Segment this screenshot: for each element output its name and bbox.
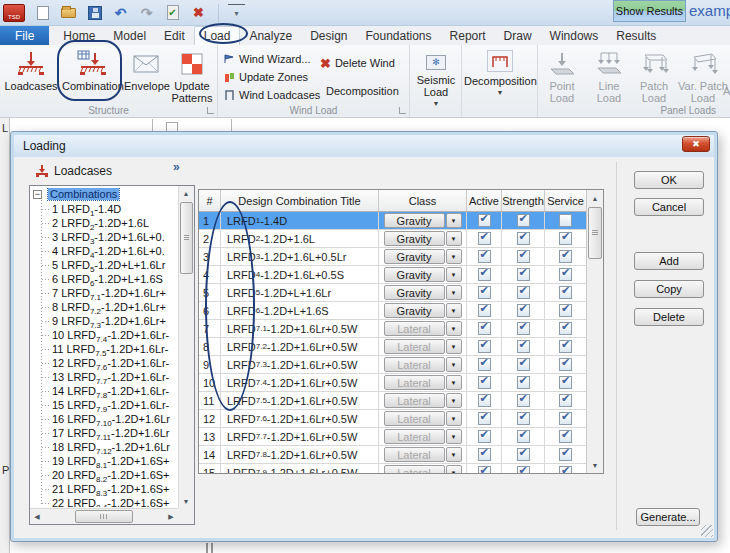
tree-collapse-icon[interactable]: −: [33, 190, 42, 199]
checkbox-checked[interactable]: [559, 304, 572, 317]
undo-icon[interactable]: ↶: [112, 4, 129, 21]
checkbox-checked[interactable]: [478, 214, 491, 227]
checkbox-checked[interactable]: [478, 304, 491, 317]
table-row-13[interactable]: 13LRFD7.7-1.2D+1.6Lr+0.5WLateral▼: [199, 428, 586, 446]
checkbox-checked[interactable]: [478, 286, 491, 299]
tab-results[interactable]: Results: [607, 26, 665, 45]
class-dropdown[interactable]: Lateral▼: [384, 339, 462, 354]
checkbox-checked[interactable]: [559, 268, 572, 281]
checkbox-checked[interactable]: [517, 304, 530, 317]
update-zones-button[interactable]: Update Zones: [224, 69, 308, 85]
app-logo-tsd[interactable]: TSD: [3, 4, 25, 22]
dropdown-arrow-icon[interactable]: ▼: [446, 231, 462, 246]
checkbox-checked[interactable]: [559, 394, 572, 407]
tree-item-combination-1[interactable]: 1 LRFD1-1.4D: [32, 202, 177, 216]
ok-button[interactable]: OK: [634, 171, 704, 189]
class-dropdown[interactable]: Gravity▼: [384, 231, 462, 246]
tree-item-combination-8[interactable]: 8 LRFD7.2-1.2D+1.6Lr+: [32, 300, 177, 314]
resize-grip[interactable]: [701, 525, 713, 537]
cancel-button[interactable]: Cancel: [634, 198, 704, 216]
save-icon[interactable]: [86, 4, 103, 21]
tree-item-combination-4[interactable]: 4 LRFD4-1.2D+1.6L+0.: [32, 244, 177, 258]
scroll-right-icon[interactable]: ▶: [164, 510, 178, 524]
checkbox-checked[interactable]: [478, 466, 491, 473]
tree-root-label[interactable]: Combinations: [48, 188, 119, 200]
tab-design[interactable]: Design: [301, 26, 356, 45]
checkbox-checked[interactable]: [478, 412, 491, 425]
tree-horizontal-scrollbar[interactable]: ◀ ▶: [30, 508, 178, 524]
table-vertical-scrollbar[interactable]: ▲ ▼: [586, 190, 603, 473]
checkbox-checked[interactable]: [559, 448, 572, 461]
tree-item-combination-22[interactable]: 22 LRFD8.4-1.2D+1.6S+: [32, 496, 177, 507]
checkbox-checked[interactable]: [478, 268, 491, 281]
class-dropdown[interactable]: Gravity▼: [384, 249, 462, 264]
tab-file[interactable]: File: [0, 26, 49, 45]
tab-draw[interactable]: Draw: [495, 26, 541, 45]
table-row-2[interactable]: 2LRFD2-1.2D+1.6LGravity▼: [199, 230, 586, 248]
generate-button[interactable]: Generate...: [636, 508, 700, 526]
tree-item-combination-7[interactable]: 7 LRFD7.1-1.2D+1.6Lr+: [32, 286, 177, 300]
checkbox-checked[interactable]: [517, 286, 530, 299]
wind-wizard-button[interactable]: Wind Wizard...: [224, 51, 311, 67]
loadcases-button[interactable]: Loadcases: [2, 48, 60, 92]
dropdown-arrow-icon[interactable]: ▼: [446, 267, 462, 282]
dropdown-arrow-icon[interactable]: ▼: [446, 357, 462, 372]
checkbox-checked[interactable]: [517, 322, 530, 335]
checkbox-checked[interactable]: [478, 448, 491, 461]
checkbox-checked[interactable]: [517, 448, 530, 461]
class-dropdown[interactable]: Lateral▼: [384, 321, 462, 336]
checkbox-checked[interactable]: [517, 466, 530, 473]
collapse-chevron[interactable]: »: [173, 160, 180, 174]
class-dropdown[interactable]: Lateral▼: [384, 411, 462, 426]
class-dropdown[interactable]: Lateral▼: [384, 447, 462, 462]
new-document-icon[interactable]: [34, 4, 51, 21]
checkbox-checked[interactable]: [478, 358, 491, 371]
dropdown-arrow-icon[interactable]: ▼: [446, 429, 462, 444]
tab-windows[interactable]: Windows: [541, 26, 608, 45]
scroll-down-icon[interactable]: ▼: [588, 458, 602, 472]
decomposition-button[interactable]: Decomposition ▼: [464, 50, 536, 99]
table-row-15[interactable]: 15LRFD7.9-1.2D+1.6Lr+0.5WLateral▼: [199, 464, 586, 473]
tab-home[interactable]: Home: [54, 26, 104, 45]
checkbox-checked[interactable]: [517, 376, 530, 389]
paste-check-icon[interactable]: ✔: [164, 4, 181, 21]
line-load-button[interactable]: Line Load: [586, 48, 632, 104]
dropdown-arrow-icon[interactable]: ▼: [446, 465, 462, 473]
checkbox-checked[interactable]: [517, 340, 530, 353]
checkbox-checked[interactable]: [559, 322, 572, 335]
class-dropdown[interactable]: Lateral▼: [384, 465, 462, 473]
wind-load-dialog-launcher-icon[interactable]: [399, 107, 406, 114]
toolbar-options-icon[interactable]: ▾: [228, 4, 245, 21]
class-dropdown[interactable]: Gravity▼: [384, 303, 462, 318]
checkbox-checked[interactable]: [559, 358, 572, 371]
checkbox-checked[interactable]: [559, 286, 572, 299]
dropdown-arrow-icon[interactable]: ▼: [446, 339, 462, 354]
add-button[interactable]: Add: [634, 252, 704, 270]
scroll-left-icon[interactable]: ◀: [30, 510, 44, 524]
tab-edit[interactable]: Edit: [155, 26, 194, 45]
dialog-titlebar[interactable]: Loading: [14, 135, 714, 157]
checkbox-checked[interactable]: [478, 376, 491, 389]
var-patch-load-button[interactable]: Var. Patch Load: [676, 48, 730, 104]
scroll-down-icon[interactable]: ▼: [179, 494, 193, 508]
checkbox-checked[interactable]: [517, 268, 530, 281]
wind-loadcases-button[interactable]: Wind Loadcases: [224, 87, 320, 103]
dropdown-arrow-icon[interactable]: ▼: [446, 321, 462, 336]
tree-item-combination-6[interactable]: 6 LRFD6-1.2D+L+1.6S: [32, 272, 177, 286]
checkbox-checked[interactable]: [559, 250, 572, 263]
table-row-5[interactable]: 5LRFD5-1.2D+L+1.6LrGravity▼: [199, 284, 586, 302]
dropdown-arrow-icon[interactable]: ▼: [446, 375, 462, 390]
tab-load[interactable]: Load: [194, 26, 241, 45]
dropdown-arrow-icon[interactable]: ▼: [446, 411, 462, 426]
class-dropdown[interactable]: Gravity▼: [384, 213, 462, 228]
table-row-14[interactable]: 14LRFD7.8-1.2D+1.6Lr+0.5WLateral▼: [199, 446, 586, 464]
class-dropdown[interactable]: Gravity▼: [384, 285, 462, 300]
tree-item-combination-2[interactable]: 2 LRFD2-1.2D+1.6L: [32, 216, 177, 230]
tree-vertical-scrollbar[interactable]: ▲ ▼: [178, 186, 194, 508]
tree-item-combination-3[interactable]: 3 LRFD3-1.2D+1.6L+0.: [32, 230, 177, 244]
checkbox-checked[interactable]: [559, 340, 572, 353]
checkbox-checked[interactable]: [517, 214, 530, 227]
tree-item-combination-20[interactable]: 20 LRFD8.2-1.2D+1.6S+: [32, 468, 177, 482]
class-dropdown[interactable]: Lateral▼: [384, 393, 462, 408]
delete-wind-button[interactable]: ✖ Delete Wind: [320, 55, 395, 71]
